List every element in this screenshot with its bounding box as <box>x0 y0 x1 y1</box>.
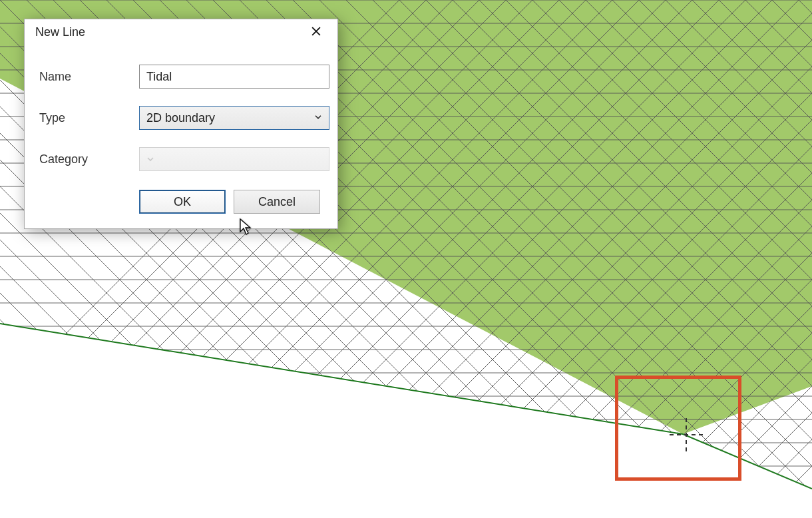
svg-line-46 <box>745 0 812 518</box>
type-dropdown-value: 2D boundary <box>146 111 215 125</box>
boundary-snap-crosshair-icon <box>670 418 703 451</box>
svg-line-94 <box>799 0 812 518</box>
svg-line-32 <box>373 0 812 518</box>
svg-line-84 <box>532 0 812 518</box>
svg-line-87 <box>612 0 812 518</box>
dialog-button-row: OK Cancel <box>25 190 337 228</box>
svg-line-45 <box>719 0 812 518</box>
dialog-form: Name Type 2D boundary Category <box>25 46 337 171</box>
category-dropdown-disabled <box>139 147 329 171</box>
label-name: Name <box>39 70 139 84</box>
chevron-down-icon <box>314 113 322 121</box>
new-line-dialog: New Line Name Type 2D boundary Category <box>24 19 338 229</box>
name-input[interactable] <box>139 65 329 89</box>
svg-line-42 <box>639 0 812 518</box>
svg-line-34 <box>426 0 812 518</box>
svg-line-83 <box>506 0 812 518</box>
dialog-titlebar[interactable]: New Line <box>25 19 337 46</box>
cancel-button-label: Cancel <box>258 195 296 209</box>
svg-line-85 <box>559 0 812 518</box>
chevron-down-icon <box>146 155 154 163</box>
label-type: Type <box>39 111 139 125</box>
svg-line-43 <box>666 0 812 518</box>
svg-line-91 <box>719 0 812 518</box>
svg-line-39 <box>559 0 812 518</box>
svg-line-35 <box>453 0 812 518</box>
svg-line-75 <box>293 0 812 518</box>
svg-line-88 <box>639 0 812 518</box>
svg-line-40 <box>586 0 812 518</box>
ok-button[interactable]: OK <box>139 190 226 214</box>
type-dropdown[interactable]: 2D boundary <box>139 106 329 130</box>
svg-line-36 <box>479 0 812 518</box>
svg-line-33 <box>399 0 812 518</box>
svg-line-81 <box>453 0 812 518</box>
svg-line-89 <box>666 0 812 518</box>
svg-line-47 <box>772 0 812 518</box>
svg-line-93 <box>772 0 812 518</box>
svg-line-31 <box>346 0 812 518</box>
svg-line-48 <box>799 0 812 518</box>
ok-button-label: OK <box>174 195 191 209</box>
dialog-close-button[interactable] <box>302 23 331 43</box>
svg-line-79 <box>399 0 812 518</box>
svg-line-92 <box>745 0 812 518</box>
svg-line-82 <box>479 0 812 518</box>
svg-line-37 <box>506 0 812 518</box>
svg-line-76 <box>319 0 812 518</box>
svg-line-29 <box>293 0 812 518</box>
dialog-title: New Line <box>35 25 302 39</box>
mesh-corner-highlight-box <box>615 376 741 481</box>
svg-line-41 <box>612 0 812 518</box>
svg-line-28 <box>266 0 812 518</box>
svg-line-30 <box>319 0 812 518</box>
svg-marker-117 <box>0 324 812 518</box>
svg-line-90 <box>692 0 812 518</box>
svg-line-86 <box>586 0 812 518</box>
label-category: Category <box>39 152 139 166</box>
svg-line-44 <box>692 0 812 518</box>
svg-line-78 <box>373 0 812 518</box>
svg-line-77 <box>346 0 812 518</box>
close-icon <box>311 25 321 39</box>
svg-line-38 <box>532 0 812 518</box>
svg-line-74 <box>266 0 812 518</box>
svg-line-80 <box>426 0 812 518</box>
cancel-button[interactable]: Cancel <box>234 190 320 214</box>
